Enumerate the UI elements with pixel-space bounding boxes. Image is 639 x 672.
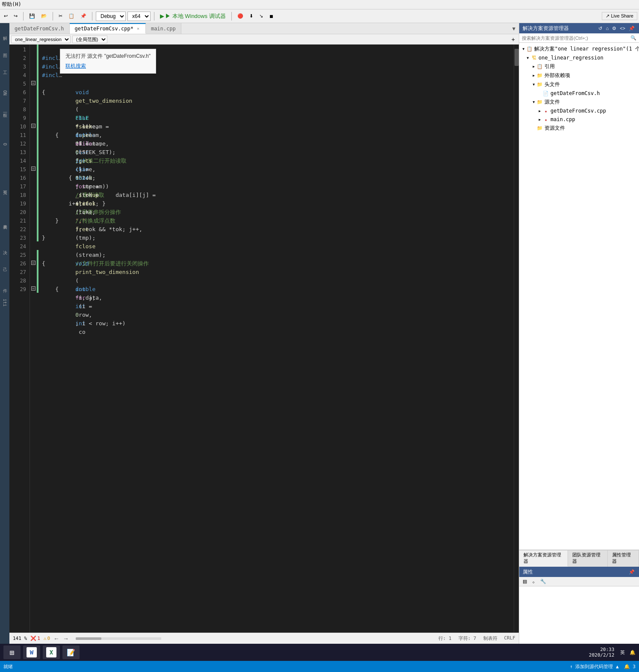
breakpoint-btn[interactable]: 🔴: [235, 12, 246, 20]
panel-tab-se[interactable]: 解决方案资源管理器: [519, 550, 568, 567]
copy-btn[interactable]: 📋: [66, 12, 77, 20]
tree-item-header-file[interactable]: 📄 getDateFromCsv.h: [519, 89, 639, 98]
scope-select[interactable]: one_linear_regression: [11, 36, 71, 43]
source-cpp-icon: ⬥: [542, 107, 549, 114]
tree-item-headers[interactable]: ▼ 📁 头文件: [519, 80, 639, 89]
code-line-28[interactable]: for (i = 0 ; i < row; i++): [38, 277, 514, 285]
redo-btn[interactable]: ↪: [12, 12, 20, 20]
sidebar-icon-11[interactable]: 件: [1, 282, 9, 289]
code-line-11[interactable]: {: [38, 131, 514, 140]
se-home-btn[interactable]: ⌂: [605, 26, 609, 31]
tooltip-link[interactable]: 联机搜索: [65, 62, 151, 70]
taskbar-excel[interactable]: X: [43, 645, 60, 659]
separator2: [53, 12, 53, 21]
code-line-19[interactable]: i++;: [38, 199, 514, 208]
tab-info: 制表符: [483, 635, 497, 642]
tree-item-main-cpp[interactable]: ▶ ⬥ main.cpp: [519, 115, 639, 124]
solution-root[interactable]: ▼ 📋 解决方案"one linear regression"(1 个项目/共: [519, 45, 639, 54]
collapse-btn-15[interactable]: −: [31, 167, 36, 171]
step-over-btn[interactable]: ⬇: [247, 12, 255, 20]
vertical-scrollbar[interactable]: [514, 45, 519, 633]
scope2-select[interactable]: (全局范围): [72, 36, 107, 43]
code-line-8[interactable]: fseek (stream, 24 , SEEK_SET); //从第二行开始读…: [38, 105, 514, 114]
taskbar-start[interactable]: ⊞: [3, 645, 21, 659]
live-share-btn[interactable]: ↗ Live Share: [602, 12, 637, 20]
error-indicator[interactable]: ❌ 1: [30, 636, 40, 641]
platform-select[interactable]: x64: [127, 12, 151, 21]
undo-btn[interactable]: ↩: [2, 12, 10, 20]
tree-item-resources[interactable]: 📁 资源文件: [519, 124, 639, 133]
run-btn[interactable]: ▶ ▶ 本地 Windows 调试器: [158, 11, 228, 21]
nav-prev-btn[interactable]: ←: [53, 635, 59, 642]
tree-item-sources[interactable]: ▼ 📁 源文件: [519, 98, 639, 107]
prop-pin-btn[interactable]: 📌: [628, 569, 636, 575]
sidebar-icon-4[interactable]: ON: [1, 89, 9, 97]
code-line-5[interactable]: void get_two_dimension ( char * line, do…: [38, 80, 514, 88]
panel-tab-prop[interactable]: 属性管理器: [608, 550, 639, 567]
sidebar-icon-8[interactable]: 类表: [1, 217, 9, 225]
collapse-btn-28[interactable]: −: [31, 286, 36, 291]
sidebar-icon-6[interactable]: O SU: [1, 140, 9, 148]
taskbar-word[interactable]: W: [23, 645, 40, 659]
extdeps-arrow: ▶: [531, 73, 536, 78]
code-content[interactable]: 无法打开 源文件 "getDateFromCsv.h" 联机搜索 #includ…: [38, 45, 514, 633]
sidebar-icon-5[interactable]: 一般: [1, 106, 9, 114]
se-settings-btn[interactable]: ⚙: [611, 26, 617, 31]
sidebar-icon-2[interactable]: 图: [1, 46, 9, 54]
sidebar-icon-1[interactable]: 解: [1, 29, 9, 37]
tree-item-source-cpp[interactable]: ▶ ⬥ getDateFromCsv.cpp: [519, 107, 639, 115]
tab-getDateFromCsv-cpp[interactable]: getDateFromCsv.cpp* ✕: [70, 23, 146, 34]
open-btn[interactable]: 📂: [39, 12, 49, 20]
add-btn[interactable]: +: [509, 35, 517, 44]
project-root[interactable]: ▼ 🏗 one_linear_regression: [519, 54, 639, 62]
debug-config-select[interactable]: Debug: [96, 12, 126, 21]
menu-help[interactable]: 帮助(H): [2, 1, 21, 7]
tab-dropdown[interactable]: ▼: [509, 23, 519, 34]
taskbar-notepad[interactable]: 📝: [62, 645, 80, 659]
collapse-btn-25[interactable]: −: [31, 261, 36, 265]
se-refresh-btn[interactable]: ↺: [598, 26, 603, 31]
code-line-17[interactable]: data[i][j] = atof (tok); //转换成浮点数: [38, 182, 514, 191]
se-pin-btn[interactable]: 📌: [628, 26, 636, 31]
tree-item-extdeps[interactable]: ▶ 📁 外部依赖项: [519, 71, 639, 80]
tab-main-cpp[interactable]: main.cpp: [146, 23, 181, 34]
code-line-16[interactable]: {: [38, 174, 514, 182]
cut-btn[interactable]: ✂: [56, 12, 65, 20]
code-line-25[interactable]: void print_two_dimension ( double ** dat…: [38, 251, 514, 259]
panel-tab-team[interactable]: 团队资源管理器: [568, 550, 608, 567]
nav-next-btn[interactable]: →: [63, 635, 69, 642]
sidebar-icon-10[interactable]: 己: [1, 260, 9, 268]
tab-getDateFromCsv-h[interactable]: getDateFromCsv.h: [9, 23, 70, 34]
git-status[interactable]: ↑ 添加到源代码管理 ▲: [570, 663, 619, 670]
app-status-bar: 就绪 ↑ 添加到源代码管理 ▲ 🔔 3: [0, 661, 639, 672]
notification-badge[interactable]: 🔔 3: [624, 664, 636, 669]
code-line-15[interactable]: for (tok = strtok (line, "," ); tok && *…: [38, 165, 514, 174]
code-line-29[interactable]: {: [38, 285, 514, 294]
warning-indicator[interactable]: ⚠ 0: [44, 636, 50, 641]
sidebar-icon-12[interactable]: iti: [1, 299, 9, 306]
stop-btn[interactable]: ⏹: [267, 12, 276, 20]
code-line-24[interactable]: [38, 242, 514, 251]
tree-item-ref[interactable]: ▶ 📋 引用: [519, 62, 639, 71]
prop-cat-btn[interactable]: ▤: [521, 578, 529, 585]
scrollbar-thumb[interactable]: [515, 49, 519, 66]
sidebar-icon-9[interactable]: 决: [1, 243, 9, 251]
tab-close-2[interactable]: ✕: [136, 26, 140, 31]
collapse-btn-5[interactable]: −: [31, 81, 36, 85]
encoding-info: CRLF: [504, 635, 516, 642]
code-line-6[interactable]: {: [38, 88, 514, 97]
save-btn[interactable]: 💾: [27, 12, 37, 20]
solution-explorer-title: 解决方案资源管理器: [523, 25, 569, 32]
paste-btn[interactable]: 📌: [78, 12, 89, 20]
scroll-indicator[interactable]: [76, 637, 161, 640]
prop-sort-btn[interactable]: ⬦: [530, 578, 537, 585]
collapse-btn-10[interactable]: −: [31, 124, 36, 128]
step-in-btn[interactable]: ↘: [257, 12, 265, 20]
prop-page-btn[interactable]: 🔧: [538, 578, 548, 585]
code-line-23[interactable]: }: [38, 234, 514, 242]
sidebar-icon-3[interactable]: 工: [1, 63, 9, 71]
sidebar-icon-7[interactable]: 可关: [1, 183, 9, 191]
code-line-9[interactable]: int i = 0 ;: [38, 114, 514, 122]
se-code-btn[interactable]: <>: [619, 26, 626, 31]
solution-search-input[interactable]: [522, 36, 630, 41]
